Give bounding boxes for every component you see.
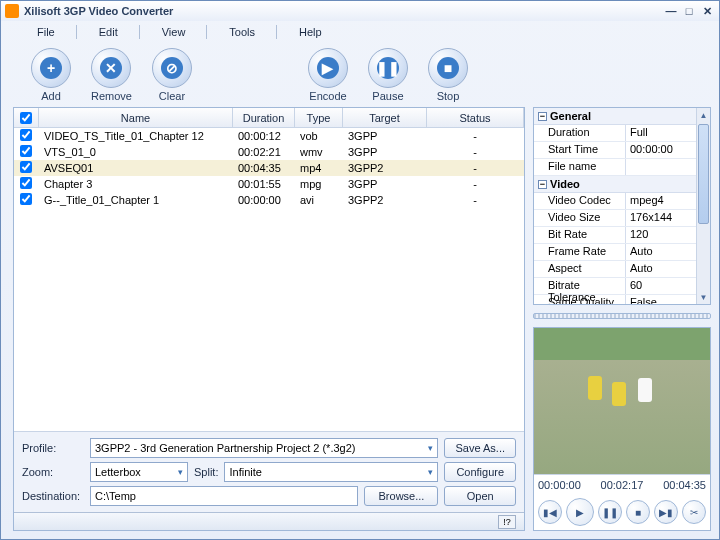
property-row[interactable]: DurationFull (534, 125, 696, 142)
property-value[interactable]: mpeg4 (626, 193, 696, 209)
column-type[interactable]: Type (295, 108, 343, 127)
preview-panel: 00:00:00 00:02:17 00:04:35 ▮◀ ▶ ❚❚ ■ ▶▮ … (533, 327, 711, 531)
cell-target: 3GPP (342, 145, 426, 159)
minimize-button[interactable]: — (663, 4, 679, 18)
property-key: Start Time (534, 142, 626, 158)
property-group-header[interactable]: −General (534, 108, 696, 125)
property-value[interactable]: Full (626, 125, 696, 141)
settings-panel: Profile: 3GPP2 - 3rd Generation Partners… (14, 431, 524, 512)
cell-type: vob (294, 129, 342, 143)
open-button[interactable]: Open (444, 486, 516, 506)
zoom-label: Zoom: (22, 466, 84, 478)
zoom-select[interactable]: Letterbox▾ (90, 462, 188, 482)
row-checkbox[interactable] (20, 129, 32, 141)
property-value[interactable]: 60 (626, 278, 696, 294)
property-value[interactable]: Auto (626, 261, 696, 277)
stop-button[interactable]: ■Stop (428, 48, 468, 102)
property-row[interactable]: Frame RateAuto (534, 244, 696, 261)
cell-type: wmv (294, 145, 342, 159)
cell-duration: 00:02:21 (232, 145, 294, 159)
property-row[interactable]: Start Time00:00:00 (534, 142, 696, 159)
property-value[interactable]: 00:00:00 (626, 142, 696, 158)
properties-scrollbar[interactable]: ▲ ▼ (696, 108, 710, 304)
remove-button[interactable]: ✕Remove (91, 48, 132, 102)
property-key: Video Codec (534, 193, 626, 209)
chevron-down-icon: ▾ (428, 467, 433, 477)
menu-edit[interactable]: Edit (77, 23, 140, 41)
browse-button[interactable]: Browse... (364, 486, 438, 506)
column-name[interactable]: Name (39, 108, 233, 127)
table-row[interactable]: Chapter 300:01:55mpg3GPP- (14, 176, 524, 192)
table-row[interactable]: VTS_01_000:02:21wmv3GPP- (14, 144, 524, 160)
column-duration[interactable]: Duration (233, 108, 295, 127)
property-row[interactable]: File name (534, 159, 696, 176)
close-button[interactable]: ✕ (699, 4, 715, 18)
encode-button[interactable]: ▶Encode (308, 48, 348, 102)
column-status[interactable]: Status (427, 108, 524, 127)
row-checkbox[interactable] (20, 193, 32, 205)
property-row[interactable]: Bit Rate120 (534, 227, 696, 244)
table-row[interactable]: AVSEQ0100:04:35mp43GPP2- (14, 160, 524, 176)
row-checkbox[interactable] (20, 145, 32, 157)
cell-status: - (426, 193, 524, 207)
titlebar: Xilisoft 3GP Video Converter — □ ✕ (1, 1, 719, 21)
maximize-button[interactable]: □ (681, 4, 697, 18)
chevron-down-icon: ▾ (428, 443, 433, 453)
scroll-thumb[interactable] (698, 124, 709, 224)
menu-file[interactable]: File (15, 23, 77, 41)
column-target[interactable]: Target (343, 108, 427, 127)
collapse-icon[interactable]: − (538, 112, 547, 121)
scroll-down-icon[interactable]: ▼ (697, 290, 710, 304)
property-value[interactable]: 176x144 (626, 210, 696, 226)
property-row[interactable]: Same QualityFalse (534, 295, 696, 305)
table-row[interactable]: G--_Title_01_Chapter 100:00:00avi3GPP2- (14, 192, 524, 208)
split-select[interactable]: Infinite▾ (224, 462, 438, 482)
cell-target: 3GPP (342, 129, 426, 143)
property-value[interactable]: 120 (626, 227, 696, 243)
splitter-handle[interactable] (533, 313, 711, 319)
timeline[interactable]: 00:00:00 00:02:17 00:04:35 (534, 474, 710, 494)
property-value[interactable]: False (626, 295, 696, 305)
cell-duration: 00:00:12 (232, 129, 294, 143)
stop-playback-button[interactable]: ■ (626, 500, 650, 524)
row-checkbox[interactable] (20, 161, 32, 173)
destination-label: Destination: (22, 490, 84, 502)
column-checkbox[interactable] (14, 108, 39, 127)
row-checkbox[interactable] (20, 177, 32, 189)
cell-duration: 00:04:35 (232, 161, 294, 175)
pause-button[interactable]: ❚❚Pause (368, 48, 408, 102)
property-row[interactable]: AspectAuto (534, 261, 696, 278)
collapse-icon[interactable]: − (538, 180, 547, 189)
clear-button[interactable]: ⊘Clear (152, 48, 192, 102)
cell-status: - (426, 145, 524, 159)
property-row[interactable]: Video Codecmpeg4 (534, 193, 696, 210)
menu-view[interactable]: View (140, 23, 208, 41)
property-value[interactable] (626, 159, 696, 175)
cell-status: - (426, 177, 524, 191)
menu-tools[interactable]: Tools (207, 23, 277, 41)
snapshot-button[interactable]: ✂ (682, 500, 706, 524)
playback-controls: ▮◀ ▶ ❚❚ ■ ▶▮ ✂ (534, 494, 710, 530)
cell-type: avi (294, 193, 342, 207)
cell-target: 3GPP2 (342, 161, 426, 175)
property-key: Video Size (534, 210, 626, 226)
profile-select[interactable]: 3GPP2 - 3rd Generation Partnership Proje… (90, 438, 438, 458)
property-row[interactable]: Video Size176x144 (534, 210, 696, 227)
pause-playback-button[interactable]: ❚❚ (598, 500, 622, 524)
property-row[interactable]: Bitrate Tolerance60 (534, 278, 696, 295)
configure-button[interactable]: Configure (444, 462, 516, 482)
next-button[interactable]: ▶▮ (654, 500, 678, 524)
table-body[interactable]: VIDEO_TS_Title_01_Chapter 1200:00:12vob3… (14, 128, 524, 431)
add-button[interactable]: +Add (31, 48, 71, 102)
saveas-button[interactable]: Save As... (444, 438, 516, 458)
prev-button[interactable]: ▮◀ (538, 500, 562, 524)
help-button[interactable]: !? (498, 515, 516, 529)
menu-help[interactable]: Help (277, 23, 344, 41)
scroll-up-icon[interactable]: ▲ (697, 108, 710, 122)
play-button[interactable]: ▶ (566, 498, 594, 526)
table-row[interactable]: VIDEO_TS_Title_01_Chapter 1200:00:12vob3… (14, 128, 524, 144)
property-group-header[interactable]: −Video (534, 176, 696, 193)
property-value[interactable]: Auto (626, 244, 696, 260)
destination-input[interactable]: C:\Temp (90, 486, 358, 506)
cell-name: VTS_01_0 (38, 145, 232, 159)
